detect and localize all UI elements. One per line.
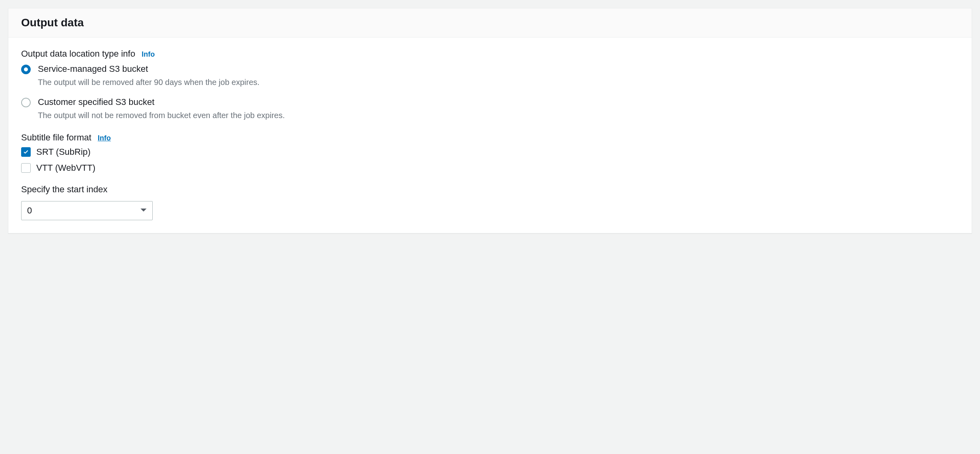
- radio-service-managed[interactable]: Service-managed S3 bucket The output wil…: [21, 63, 959, 88]
- subtitle-info-link[interactable]: Info: [98, 134, 111, 142]
- start-index-select-wrap: 0: [21, 201, 153, 220]
- checkbox-label: SRT (SubRip): [36, 147, 91, 157]
- start-index-select[interactable]: 0: [21, 201, 153, 220]
- subtitle-format-group: Subtitle file format Info SRT (SubRip) V…: [21, 132, 959, 173]
- radio-description: The output will not be removed from buck…: [38, 109, 285, 121]
- checkbox-icon: [21, 147, 31, 157]
- radio-title: Service-managed S3 bucket: [38, 63, 260, 75]
- panel-header: Output data: [8, 8, 972, 38]
- radio-icon: [21, 65, 31, 74]
- radio-customer-specified[interactable]: Customer specified S3 bucket The output …: [21, 96, 959, 121]
- start-index-value: 0: [27, 205, 32, 216]
- radio-title: Customer specified S3 bucket: [38, 96, 285, 109]
- checkbox-label: VTT (WebVTT): [36, 163, 95, 173]
- start-index-label: Specify the start index: [21, 184, 107, 195]
- subtitle-format-label: Subtitle file format: [21, 132, 91, 143]
- location-type-label: Output data location type info: [21, 49, 135, 59]
- radio-icon: [21, 98, 31, 107]
- panel-body: Output data location type info Info Serv…: [8, 38, 972, 233]
- output-data-panel: Output data Output data location type in…: [8, 8, 972, 233]
- panel-title: Output data: [21, 16, 959, 29]
- radio-description: The output will be removed after 90 days…: [38, 76, 260, 88]
- start-index-label-row: Specify the start index: [21, 184, 959, 195]
- location-info-link[interactable]: Info: [142, 50, 155, 59]
- checkbox-icon: [21, 163, 31, 173]
- checkbox-vtt[interactable]: VTT (WebVTT): [21, 163, 959, 173]
- location-type-label-row: Output data location type info Info: [21, 49, 959, 59]
- check-icon: [23, 149, 29, 155]
- location-type-group: Output data location type info Info Serv…: [21, 49, 959, 121]
- subtitle-label-row: Subtitle file format Info: [21, 132, 959, 143]
- checkbox-srt[interactable]: SRT (SubRip): [21, 147, 959, 157]
- start-index-group: Specify the start index 0: [21, 184, 959, 220]
